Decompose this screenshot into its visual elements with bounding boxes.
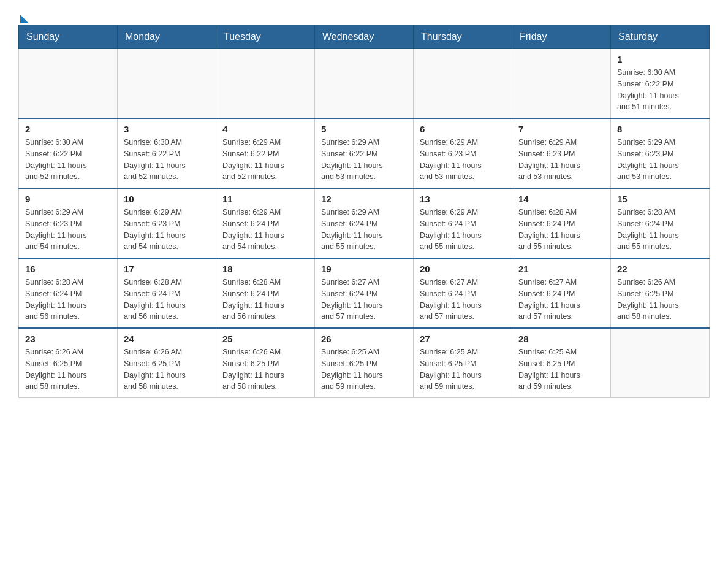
calendar-header-monday: Monday (118, 25, 216, 49)
day-number: 8 (617, 124, 703, 134)
calendar-cell: 8Sunrise: 6:29 AMSunset: 6:23 PMDaylight… (611, 118, 710, 188)
day-info: Sunrise: 6:28 AMSunset: 6:24 PMDaylight:… (124, 277, 210, 323)
calendar-cell: 9Sunrise: 6:29 AMSunset: 6:23 PMDaylight… (19, 188, 118, 258)
calendar-cell (315, 49, 414, 119)
day-number: 7 (518, 124, 604, 134)
calendar-cell (512, 49, 611, 119)
day-info: Sunrise: 6:30 AMSunset: 6:22 PMDaylight:… (124, 137, 210, 183)
day-info: Sunrise: 6:30 AMSunset: 6:22 PMDaylight:… (25, 137, 111, 183)
day-number: 5 (321, 124, 407, 134)
day-number: 15 (617, 194, 703, 204)
day-number: 2 (25, 124, 111, 134)
day-number: 14 (518, 194, 604, 204)
calendar-cell: 25Sunrise: 6:26 AMSunset: 6:25 PMDayligh… (216, 328, 315, 398)
day-info: Sunrise: 6:28 AMSunset: 6:24 PMDaylight:… (617, 207, 703, 253)
day-info: Sunrise: 6:27 AMSunset: 6:24 PMDaylight:… (321, 277, 407, 323)
day-number: 24 (124, 334, 210, 344)
day-number: 28 (518, 334, 604, 344)
calendar-cell (216, 49, 315, 119)
day-info: Sunrise: 6:27 AMSunset: 6:24 PMDaylight:… (420, 277, 506, 323)
day-info: Sunrise: 6:29 AMSunset: 6:23 PMDaylight:… (617, 137, 703, 183)
calendar-cell: 14Sunrise: 6:28 AMSunset: 6:24 PMDayligh… (512, 188, 611, 258)
calendar-cell: 15Sunrise: 6:28 AMSunset: 6:24 PMDayligh… (611, 188, 710, 258)
day-number: 17 (124, 264, 210, 274)
logo-arrow-icon (20, 15, 29, 23)
day-number: 4 (222, 124, 308, 134)
day-info: Sunrise: 6:29 AMSunset: 6:24 PMDaylight:… (222, 207, 308, 253)
day-number: 12 (321, 194, 407, 204)
day-number: 13 (420, 194, 506, 204)
day-number: 21 (518, 264, 604, 274)
day-info: Sunrise: 6:29 AMSunset: 6:22 PMDaylight:… (321, 137, 407, 183)
calendar-cell: 10Sunrise: 6:29 AMSunset: 6:23 PMDayligh… (118, 188, 216, 258)
day-number: 10 (124, 194, 210, 204)
day-number: 16 (25, 264, 111, 274)
week-row-2: 2Sunrise: 6:30 AMSunset: 6:22 PMDaylight… (19, 118, 710, 188)
calendar-header-row: SundayMondayTuesdayWednesdayThursdayFrid… (19, 25, 710, 49)
calendar-cell: 27Sunrise: 6:25 AMSunset: 6:25 PMDayligh… (414, 328, 512, 398)
day-info: Sunrise: 6:28 AMSunset: 6:24 PMDaylight:… (25, 277, 111, 323)
day-info: Sunrise: 6:29 AMSunset: 6:24 PMDaylight:… (420, 207, 506, 253)
day-info: Sunrise: 6:28 AMSunset: 6:24 PMDaylight:… (222, 277, 308, 323)
page-header (18, 12, 710, 18)
day-info: Sunrise: 6:29 AMSunset: 6:23 PMDaylight:… (518, 137, 604, 183)
calendar-cell (414, 49, 512, 119)
calendar-cell (118, 49, 216, 119)
day-info: Sunrise: 6:26 AMSunset: 6:25 PMDaylight:… (124, 347, 210, 393)
calendar-cell: 22Sunrise: 6:26 AMSunset: 6:25 PMDayligh… (611, 258, 710, 328)
day-info: Sunrise: 6:25 AMSunset: 6:25 PMDaylight:… (518, 347, 604, 393)
day-info: Sunrise: 6:26 AMSunset: 6:25 PMDaylight:… (617, 277, 703, 323)
calendar-cell: 3Sunrise: 6:30 AMSunset: 6:22 PMDaylight… (118, 118, 216, 188)
calendar-header-wednesday: Wednesday (315, 25, 414, 49)
calendar-header-saturday: Saturday (611, 25, 710, 49)
day-info: Sunrise: 6:29 AMSunset: 6:22 PMDaylight:… (222, 137, 308, 183)
day-info: Sunrise: 6:29 AMSunset: 6:23 PMDaylight:… (124, 207, 210, 253)
day-info: Sunrise: 6:27 AMSunset: 6:24 PMDaylight:… (518, 277, 604, 323)
day-info: Sunrise: 6:28 AMSunset: 6:24 PMDaylight:… (518, 207, 604, 253)
calendar-cell: 19Sunrise: 6:27 AMSunset: 6:24 PMDayligh… (315, 258, 414, 328)
calendar-cell: 17Sunrise: 6:28 AMSunset: 6:24 PMDayligh… (118, 258, 216, 328)
calendar-cell: 7Sunrise: 6:29 AMSunset: 6:23 PMDaylight… (512, 118, 611, 188)
day-info: Sunrise: 6:29 AMSunset: 6:23 PMDaylight:… (25, 207, 111, 253)
calendar-cell (19, 49, 118, 119)
day-number: 26 (321, 334, 407, 344)
calendar-cell: 2Sunrise: 6:30 AMSunset: 6:22 PMDaylight… (19, 118, 118, 188)
calendar-cell: 26Sunrise: 6:25 AMSunset: 6:25 PMDayligh… (315, 328, 414, 398)
day-number: 3 (124, 124, 210, 134)
day-number: 23 (25, 334, 111, 344)
calendar-cell: 6Sunrise: 6:29 AMSunset: 6:23 PMDaylight… (414, 118, 512, 188)
day-number: 27 (420, 334, 506, 344)
calendar-cell: 11Sunrise: 6:29 AMSunset: 6:24 PMDayligh… (216, 188, 315, 258)
calendar-cell: 21Sunrise: 6:27 AMSunset: 6:24 PMDayligh… (512, 258, 611, 328)
day-number: 22 (617, 264, 703, 274)
calendar-header-thursday: Thursday (414, 25, 512, 49)
day-info: Sunrise: 6:26 AMSunset: 6:25 PMDaylight:… (25, 347, 111, 393)
week-row-4: 16Sunrise: 6:28 AMSunset: 6:24 PMDayligh… (19, 258, 710, 328)
day-info: Sunrise: 6:25 AMSunset: 6:25 PMDaylight:… (321, 347, 407, 393)
day-info: Sunrise: 6:29 AMSunset: 6:23 PMDaylight:… (420, 137, 506, 183)
calendar-cell: 1Sunrise: 6:30 AMSunset: 6:22 PMDaylight… (611, 49, 710, 119)
day-info: Sunrise: 6:29 AMSunset: 6:24 PMDaylight:… (321, 207, 407, 253)
logo (18, 12, 29, 18)
calendar-cell (611, 328, 710, 398)
calendar-cell: 4Sunrise: 6:29 AMSunset: 6:22 PMDaylight… (216, 118, 315, 188)
day-info: Sunrise: 6:30 AMSunset: 6:22 PMDaylight:… (617, 67, 703, 113)
calendar-cell: 16Sunrise: 6:28 AMSunset: 6:24 PMDayligh… (19, 258, 118, 328)
day-number: 25 (222, 334, 308, 344)
week-row-5: 23Sunrise: 6:26 AMSunset: 6:25 PMDayligh… (19, 328, 710, 398)
calendar-cell: 20Sunrise: 6:27 AMSunset: 6:24 PMDayligh… (414, 258, 512, 328)
day-number: 11 (222, 194, 308, 204)
day-number: 19 (321, 264, 407, 274)
calendar-cell: 24Sunrise: 6:26 AMSunset: 6:25 PMDayligh… (118, 328, 216, 398)
calendar-cell: 12Sunrise: 6:29 AMSunset: 6:24 PMDayligh… (315, 188, 414, 258)
calendar-cell: 28Sunrise: 6:25 AMSunset: 6:25 PMDayligh… (512, 328, 611, 398)
day-number: 1 (617, 54, 703, 64)
day-number: 20 (420, 264, 506, 274)
calendar-header-friday: Friday (512, 25, 611, 49)
calendar-header-tuesday: Tuesday (216, 25, 315, 49)
week-row-3: 9Sunrise: 6:29 AMSunset: 6:23 PMDaylight… (19, 188, 710, 258)
calendar-cell: 18Sunrise: 6:28 AMSunset: 6:24 PMDayligh… (216, 258, 315, 328)
calendar-cell: 5Sunrise: 6:29 AMSunset: 6:22 PMDaylight… (315, 118, 414, 188)
calendar-cell: 13Sunrise: 6:29 AMSunset: 6:24 PMDayligh… (414, 188, 512, 258)
day-info: Sunrise: 6:26 AMSunset: 6:25 PMDaylight:… (222, 347, 308, 393)
